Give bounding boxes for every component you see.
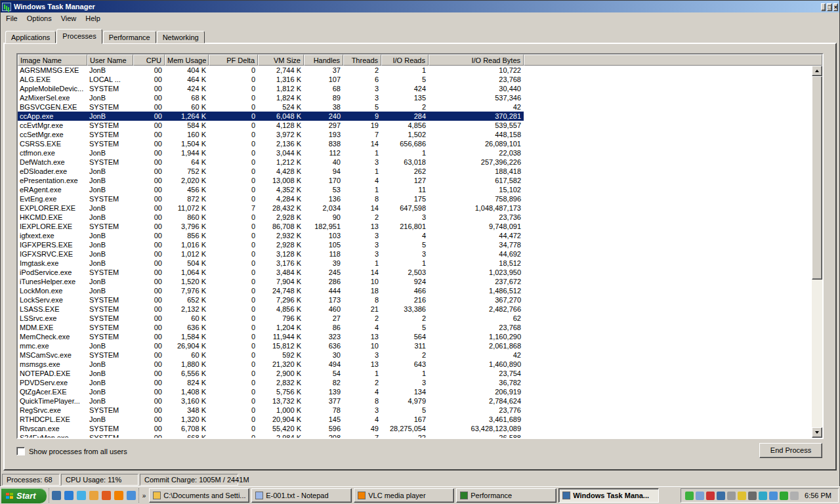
process-row-IEXPLORE.EXE[interactable]: IEXPLORE.EXESYSTEM003,796 K086,708 K182,… [18, 222, 524, 231]
process-row-AGRSMMSG.EXE[interactable]: AGRSMMSG.EXEJonB00404 K02,744 K372110,72… [18, 66, 524, 75]
titlebar[interactable]: Windows Task Manager _□× [1, 1, 839, 12]
graphics-tray-icon[interactable] [696, 492, 704, 500]
scrollbar-track[interactable] [812, 76, 822, 427]
process-row-iPodService.exe[interactable]: iPodService.exeSYSTEM001,064 K03,484 K24… [18, 268, 524, 277]
volume-tray-icon[interactable] [748, 492, 757, 500]
process-row-IGFXSRVC.EXE[interactable]: IGFXSRVC.EXEJonB001,012 K03,128 K1183344… [18, 249, 524, 259]
process-row-NOTEPAD.EXE[interactable]: NOTEPAD.EXEJonB006,556 K02,900 K541123,7… [18, 369, 524, 378]
scroll-down-button[interactable] [812, 427, 822, 438]
outlook-express-icon[interactable] [77, 491, 86, 500]
process-row-DefWatch.exe[interactable]: DefWatch.exeSYSTEM0064 K01,212 K40363,01… [18, 158, 524, 167]
process-row-QuickTimePlayer...[interactable]: QuickTimePlayer...JonB003,160 K013,732 K… [18, 396, 524, 406]
menu-options[interactable]: Options [22, 13, 56, 24]
process-row-eRAgent.exe[interactable]: eRAgent.exeJonB00456 K04,352 K5311115,10… [18, 185, 524, 194]
process-row-PDVDServ.exe[interactable]: PDVDServ.exeJonB00824 K02,832 K822336,78… [18, 378, 524, 387]
power-tray-icon[interactable] [790, 492, 799, 500]
process-row-RegSrvc.exe[interactable]: RegSrvc.exeSYSTEM00348 K01,000 K783523,7… [18, 406, 524, 415]
column-header-cpu[interactable]: CPU [133, 54, 165, 66]
quick-launch-chevron-icon[interactable]: » [141, 492, 148, 499]
taskbar-button-explorer-folder[interactable]: C:\Documents and Setti... [149, 488, 249, 503]
cell-image-name: MDM.EXE [18, 323, 87, 332]
taskbar-button-notepad[interactable]: E-001.txt - Notepad [251, 488, 352, 503]
process-row-BGSVCGEN.EXE[interactable]: BGSVCGEN.EXESYSTEM0060 K0524 K385242 [18, 102, 524, 112]
process-row-EvtEng.exe[interactable]: EvtEng.exeSYSTEM00872 K04,284 K136817575… [18, 194, 524, 203]
start-label: Start [16, 491, 36, 501]
end-process-button[interactable]: End Process [759, 443, 822, 458]
column-header-image-name[interactable]: Image Name [18, 54, 87, 66]
process-row-AzMixerSel.exe[interactable]: AzMixerSel.exeJonB0068 K01,824 K89313553… [18, 93, 524, 102]
process-row-MemCheck.exe[interactable]: MemCheck.exeSYSTEM001,584 K011,944 K3231… [18, 332, 524, 341]
wireless-tray-icon[interactable] [685, 492, 694, 500]
process-row-EXPLORER.EXE[interactable]: EXPLORER.EXEJonB0011,072 K728,432 K2,034… [18, 203, 524, 213]
tab-networking[interactable]: Networking [157, 31, 205, 43]
process-row-ccEvtMgr.exe[interactable]: ccEvtMgr.exeSYSTEM00584 K04,128 K297194,… [18, 121, 524, 130]
windows-media-player-icon[interactable] [89, 491, 98, 500]
process-row-ccSetMgr.exe[interactable]: ccSetMgr.exeSYSTEM00160 K03,972 K19371,5… [18, 130, 524, 139]
network-tray-icon[interactable] [759, 492, 767, 500]
taskbar-button-task-manager[interactable]: Windows Task Mana... [558, 488, 659, 503]
messenger-icon[interactable] [127, 491, 136, 500]
scroll-up-button[interactable] [812, 66, 822, 76]
column-header-io-read-bytes[interactable]: I/O Read Bytes [429, 54, 524, 66]
process-row-CSRSS.EXE[interactable]: CSRSS.EXESYSTEM001,504 K02,136 K83814656… [18, 139, 524, 148]
update-tray-icon[interactable] [780, 492, 788, 500]
process-row-LockServ.exe[interactable]: LockServ.exeSYSTEM00652 K07,296 K1738216… [18, 295, 524, 304]
process-row-Rtvscan.exe[interactable]: Rtvscan.exeSYSTEM006,708 K055,420 K59649… [18, 424, 524, 433]
column-header-threads[interactable]: Threads [343, 54, 381, 66]
process-row-mmc.exe[interactable]: mmc.exeJonB0026,904 K015,812 K636103112,… [18, 341, 524, 350]
process-row-LockMon.exe[interactable]: LockMon.exeJonB007,976 K024,748 K4441846… [18, 286, 524, 295]
cell-vm-size: 21,320 K [258, 360, 304, 369]
process-row-ePresentation.exe[interactable]: ePresentation.exeJonB002,020 K013,008 K1… [18, 176, 524, 185]
process-row-IGFXPERS.EXE[interactable]: IGFXPERS.EXEJonB001,016 K02,928 K1053534… [18, 240, 524, 249]
process-row-Imgtask.exe[interactable]: Imgtask.exeJonB00504 K03,176 K391118,512 [18, 259, 524, 268]
tab-applications[interactable]: Applications [5, 31, 56, 43]
process-row-ALG.EXE[interactable]: ALG.EXELOCAL ...00464 K01,316 K1076523,7… [18, 75, 524, 84]
menu-file[interactable]: File [1, 13, 22, 24]
process-row-LSSrvc.exe[interactable]: LSSrvc.exeSYSTEM0060 K0796 K272262 [18, 314, 524, 323]
menu-view[interactable]: View [56, 13, 81, 24]
process-row-HKCMD.EXE[interactable]: HKCMD.EXEJonB00860 K02,928 K902323,736 [18, 213, 524, 222]
process-row-QtZgAcer.EXE[interactable]: QtZgAcer.EXEJonB001,408 K05,756 K1394134… [18, 387, 524, 396]
process-row-LSASS.EXE[interactable]: LSASS.EXESYSTEM002,132 K04,856 K4602133,… [18, 304, 524, 314]
process-row-ctfmon.exe[interactable]: ctfmon.exeJonB001,944 K03,044 K1121122,0… [18, 148, 524, 158]
process-row-MDM.EXE[interactable]: MDM.EXESYSTEM00636 K01,204 K864523,768 [18, 323, 524, 332]
column-header-mem-usage[interactable]: Mem Usage [165, 54, 209, 66]
process-row-RTHDCPL.EXE[interactable]: RTHDCPL.EXEJonB001,320 K020,904 K1454167… [18, 415, 524, 424]
firefox-icon[interactable] [102, 491, 111, 500]
column-header-handles[interactable]: Handles [304, 54, 343, 66]
show-desktop-icon[interactable] [52, 491, 61, 500]
antivirus-shield-tray-icon[interactable] [706, 492, 715, 500]
tab-performance[interactable]: Performance [103, 31, 156, 43]
process-row-igfxext.exe[interactable]: igfxext.exeJonB00856 K02,932 K1033444,47… [18, 231, 524, 240]
tab-processes[interactable]: Processes [56, 29, 102, 44]
column-header-vm-size[interactable]: VM Size [258, 54, 304, 66]
taskbar-button-vlc-player[interactable]: VLC media player [354, 488, 454, 503]
column-header-pf-delta[interactable]: PF Delta [209, 54, 258, 66]
column-header-io-reads[interactable]: I/O Reads [381, 54, 429, 66]
scrollbar-thumb[interactable] [812, 76, 822, 280]
start-button[interactable]: Start [1, 488, 47, 503]
vlc-icon[interactable] [114, 491, 123, 500]
process-row-S24EvMon.exe[interactable]: S24EvMon.exeSYSTEM00668 K02,984 K2087222… [18, 433, 524, 438]
process-row-eDSloader.exe[interactable]: eDSloader.exeJonB00752 K04,428 K94126218… [18, 167, 524, 176]
show-all-users-checkbox[interactable] [16, 447, 25, 455]
process-row-AppleMobileDevic...[interactable]: AppleMobileDevic...SYSTEM00424 K01,812 K… [18, 84, 524, 93]
audio-manager-tray-icon[interactable] [738, 492, 746, 500]
minimize-button[interactable]: _ [821, 3, 826, 11]
internet-explorer-icon[interactable] [64, 491, 74, 500]
taskbar-button-performance[interactable]: Performance [456, 488, 556, 503]
process-row-MSCamSvc.exe[interactable]: MSCamSvc.exeSYSTEM0060 K0592 K303242 [18, 350, 524, 360]
vertical-scrollbar[interactable] [812, 66, 822, 438]
menu-help[interactable]: Help [81, 13, 105, 24]
cell-user-name: SYSTEM [87, 121, 133, 130]
close-button[interactable]: × [833, 3, 838, 11]
process-row-msmsgs.exe[interactable]: msmsgs.exeJonB001,880 K021,320 K49413643… [18, 360, 524, 369]
display-tray-icon[interactable] [717, 492, 725, 500]
column-header-user-name[interactable]: User Name [87, 54, 133, 66]
messenger-status-tray-icon[interactable] [769, 492, 778, 500]
maximize-button[interactable]: □ [827, 3, 831, 11]
safely-remove-tray-icon[interactable] [727, 492, 736, 500]
cell-image-name: LockMon.exe [18, 286, 87, 295]
process-row-iTunesHelper.exe[interactable]: iTunesHelper.exeJonB001,520 K07,904 K286… [18, 277, 524, 286]
process-row-ccApp.exe[interactable]: ccApp.exeJonB001,264 K06,048 K2409284370… [18, 112, 524, 121]
